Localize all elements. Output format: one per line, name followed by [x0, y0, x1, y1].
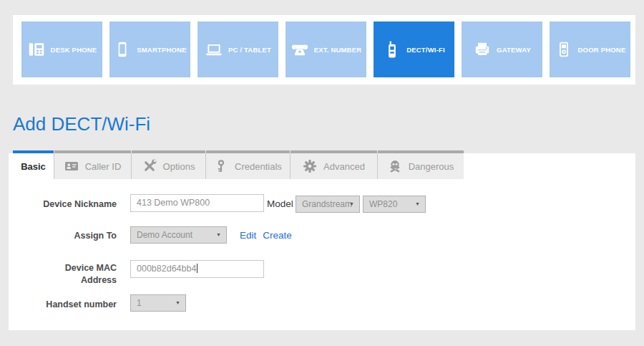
caller-id-icon	[64, 159, 79, 173]
gateway-icon	[473, 40, 492, 59]
desk-phone-icon	[27, 40, 46, 59]
device-mac-label: Device MAC Address	[29, 262, 117, 287]
device-button-gateway[interactable]: GATEWAY	[462, 21, 542, 77]
chevron-down-icon: ▼	[349, 196, 354, 212]
tab-options[interactable]: Options	[132, 150, 205, 179]
assign-to-value: Demo Account	[137, 230, 192, 240]
device-button-label: SMARTPHONE	[137, 46, 187, 54]
tab-label: Caller ID	[85, 161, 122, 172]
create-link[interactable]: Create	[263, 230, 292, 241]
model-label: Model	[267, 198, 293, 210]
page: DESK PHONE SMARTPHONE PC / TABLET	[0, 0, 644, 346]
credentials-icon	[214, 159, 228, 173]
device-button-ext-number[interactable]: EXT. NUMBER	[286, 21, 366, 77]
tab-credentials[interactable]: Credentials	[206, 150, 290, 179]
device-mac-value: 000b82d64bb4	[137, 264, 196, 274]
advanced-icon	[303, 159, 317, 173]
ext-number-icon	[291, 40, 309, 59]
door-phone-icon	[555, 40, 573, 59]
assign-to-label: Assign To	[29, 230, 117, 242]
tab-caller-id[interactable]: Caller ID	[54, 150, 131, 179]
assign-to-select[interactable]: Demo Account ▼	[130, 226, 227, 244]
dangerous-icon	[388, 159, 402, 173]
model-value: WP820	[369, 199, 397, 209]
device-button-pc-tablet[interactable]: PC / TABLET	[197, 21, 278, 77]
model-select[interactable]: WP820 ▼	[363, 196, 426, 213]
chevron-down-icon: ▼	[175, 295, 180, 311]
device-button-label: DOOR PHONE	[578, 46, 626, 54]
pc-tablet-icon	[205, 40, 223, 59]
tab-label: Advanced	[323, 161, 365, 172]
tab-basic[interactable]: Basic	[13, 150, 54, 179]
device-nickname-value: 413 Demo WP800	[137, 198, 210, 208]
model-brand-select[interactable]: Grandstream ▼	[296, 196, 360, 213]
tab-label: Basic	[21, 161, 46, 172]
device-nickname-label: Device Nickname	[29, 198, 117, 211]
tab-label: Credentials	[235, 161, 282, 172]
dect-wifi-icon	[383, 40, 401, 59]
model-brand-value: Grandstream	[302, 199, 352, 209]
device-mac-input[interactable]: 000b82d64bb4	[130, 260, 264, 278]
device-type-row: DESK PHONE SMARTPHONE PC / TABLET	[21, 21, 630, 77]
page-title: Add DECT/Wi-Fi	[13, 113, 150, 135]
device-button-label: GATEWAY	[497, 46, 531, 54]
tab-advanced[interactable]: Advanced	[291, 150, 377, 179]
handset-number-value: 1	[137, 298, 142, 308]
tab-dangerous[interactable]: Dangerous	[378, 150, 464, 179]
handset-number-select[interactable]: 1 ▼	[130, 294, 186, 312]
device-button-desk-phone[interactable]: DESK PHONE	[21, 21, 102, 77]
device-nickname-input[interactable]: 413 Demo WP800	[130, 194, 264, 212]
device-button-door-phone[interactable]: DOOR PHONE	[550, 21, 630, 77]
chevron-down-icon: ▼	[216, 227, 221, 243]
options-icon	[142, 159, 157, 173]
device-type-card: DESK PHONE SMARTPHONE PC / TABLET	[13, 15, 635, 85]
tab-label: Dangerous	[409, 161, 454, 172]
chevron-down-icon: ▼	[415, 196, 420, 212]
device-button-label: PC / TABLET	[228, 46, 271, 54]
device-button-smartphone[interactable]: SMARTPHONE	[109, 21, 190, 77]
text-caret	[197, 264, 197, 273]
device-button-label: DECT/WI-FI	[406, 46, 445, 54]
edit-link[interactable]: Edit	[240, 230, 256, 241]
handset-number-label: Handset number	[29, 299, 117, 311]
smartphone-icon	[113, 40, 132, 59]
tab-label: Options	[163, 161, 195, 172]
device-button-label: EXT. NUMBER	[314, 46, 362, 54]
device-button-label: DESK PHONE	[51, 46, 97, 54]
settings-tabs: Basic Caller ID	[13, 150, 464, 179]
assign-to-links: Edit Create	[240, 230, 292, 241]
device-button-dect-wifi[interactable]: DECT/WI-FI	[374, 21, 454, 77]
